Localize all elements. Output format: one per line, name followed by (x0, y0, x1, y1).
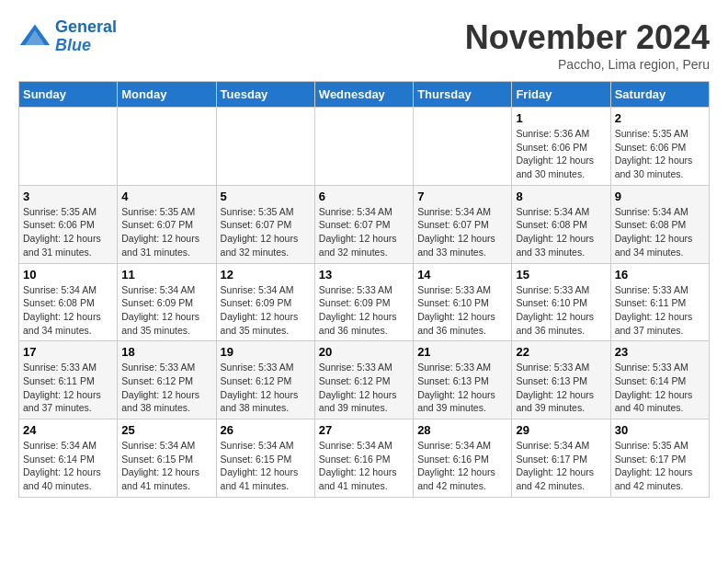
day-number: 26 (221, 423, 311, 437)
day-number: 29 (516, 423, 606, 437)
day-number: 27 (319, 423, 409, 437)
weekday-header-wednesday: Wednesday (314, 82, 413, 108)
day-info: Sunrise: 5:33 AM Sunset: 6:10 PM Dayligh… (417, 283, 507, 338)
day-info: Sunrise: 5:34 AM Sunset: 6:15 PM Dayligh… (221, 439, 311, 493)
day-number: 30 (615, 423, 705, 437)
day-info: Sunrise: 5:33 AM Sunset: 6:12 PM Dayligh… (121, 361, 211, 415)
day-info: Sunrise: 5:34 AM Sunset: 6:16 PM Dayligh… (319, 439, 409, 493)
weekday-header-thursday: Thursday (414, 82, 512, 108)
day-info: Sunrise: 5:34 AM Sunset: 6:07 PM Dayligh… (319, 205, 409, 259)
day-cell: 8Sunrise: 5:34 AM Sunset: 6:08 PM Daylig… (512, 185, 610, 263)
day-number: 4 (121, 190, 211, 203)
week-row-4: 17Sunrise: 5:33 AM Sunset: 6:11 PM Dayli… (19, 341, 710, 419)
day-info: Sunrise: 5:35 AM Sunset: 6:07 PM Dayligh… (121, 205, 211, 259)
page-header: General Blue November 2024 Paccho, Lima … (18, 18, 710, 72)
day-info: Sunrise: 5:33 AM Sunset: 6:11 PM Dayligh… (615, 283, 705, 338)
day-number: 13 (319, 268, 409, 282)
weekday-header-tuesday: Tuesday (216, 82, 314, 108)
day-cell: 7Sunrise: 5:34 AM Sunset: 6:07 PM Daylig… (414, 185, 512, 263)
day-info: Sunrise: 5:34 AM Sunset: 6:17 PM Dayligh… (516, 439, 606, 493)
day-number: 8 (516, 190, 606, 203)
day-info: Sunrise: 5:35 AM Sunset: 6:17 PM Dayligh… (615, 439, 705, 493)
day-cell (414, 108, 512, 186)
day-cell: 11Sunrise: 5:34 AM Sunset: 6:09 PM Dayli… (118, 263, 216, 341)
day-info: Sunrise: 5:33 AM Sunset: 6:09 PM Dayligh… (319, 283, 409, 338)
weekday-header-sunday: Sunday (19, 82, 118, 108)
day-info: Sunrise: 5:33 AM Sunset: 6:13 PM Dayligh… (516, 361, 606, 415)
weekday-header-monday: Monday (118, 82, 216, 108)
day-info: Sunrise: 5:34 AM Sunset: 6:14 PM Dayligh… (23, 439, 113, 493)
day-number: 2 (615, 111, 705, 125)
day-cell: 23Sunrise: 5:33 AM Sunset: 6:14 PM Dayli… (610, 341, 709, 419)
day-cell: 28Sunrise: 5:34 AM Sunset: 6:16 PM Dayli… (414, 419, 512, 498)
week-row-2: 3Sunrise: 5:35 AM Sunset: 6:06 PM Daylig… (19, 185, 710, 263)
day-cell (19, 108, 118, 186)
day-cell: 14Sunrise: 5:33 AM Sunset: 6:10 PM Dayli… (414, 263, 512, 341)
day-number: 15 (516, 268, 606, 282)
day-number: 16 (615, 268, 705, 282)
week-row-5: 24Sunrise: 5:34 AM Sunset: 6:14 PM Dayli… (19, 419, 710, 498)
day-cell: 16Sunrise: 5:33 AM Sunset: 6:11 PM Dayli… (610, 263, 709, 341)
day-number: 17 (23, 345, 113, 359)
logo-line1: General (55, 17, 117, 36)
day-number: 7 (417, 190, 507, 203)
calendar-table: SundayMondayTuesdayWednesdayThursdayFrid… (18, 81, 710, 498)
day-cell: 1Sunrise: 5:36 AM Sunset: 6:06 PM Daylig… (512, 108, 610, 186)
month-title: November 2024 (465, 18, 710, 57)
day-number: 25 (121, 423, 211, 437)
day-info: Sunrise: 5:33 AM Sunset: 6:14 PM Dayligh… (615, 361, 705, 415)
day-cell: 24Sunrise: 5:34 AM Sunset: 6:14 PM Dayli… (19, 419, 118, 498)
day-cell: 13Sunrise: 5:33 AM Sunset: 6:09 PM Dayli… (314, 263, 413, 341)
day-number: 19 (221, 345, 311, 359)
logo: General Blue (18, 18, 117, 55)
day-cell (216, 108, 314, 186)
day-number: 5 (221, 190, 311, 203)
day-info: Sunrise: 5:33 AM Sunset: 6:13 PM Dayligh… (417, 361, 507, 415)
day-info: Sunrise: 5:34 AM Sunset: 6:08 PM Dayligh… (615, 205, 705, 259)
day-info: Sunrise: 5:34 AM Sunset: 6:08 PM Dayligh… (23, 283, 113, 338)
day-number: 1 (516, 111, 606, 125)
title-block: November 2024 Paccho, Lima region, Peru (465, 18, 710, 72)
day-info: Sunrise: 5:33 AM Sunset: 6:12 PM Dayligh… (221, 361, 311, 415)
day-cell (314, 108, 413, 186)
day-number: 6 (319, 190, 409, 203)
day-cell (118, 108, 216, 186)
day-number: 18 (121, 345, 211, 359)
day-number: 28 (417, 423, 507, 437)
day-cell: 15Sunrise: 5:33 AM Sunset: 6:10 PM Dayli… (512, 263, 610, 341)
weekday-header-friday: Friday (512, 82, 610, 108)
day-number: 3 (23, 190, 113, 203)
day-info: Sunrise: 5:34 AM Sunset: 6:07 PM Dayligh… (417, 205, 507, 259)
day-cell: 2Sunrise: 5:35 AM Sunset: 6:06 PM Daylig… (610, 108, 709, 186)
weekday-header-saturday: Saturday (610, 82, 709, 108)
day-number: 23 (615, 345, 705, 359)
week-row-1: 1Sunrise: 5:36 AM Sunset: 6:06 PM Daylig… (19, 108, 710, 186)
day-cell: 26Sunrise: 5:34 AM Sunset: 6:15 PM Dayli… (216, 419, 314, 498)
day-cell: 19Sunrise: 5:33 AM Sunset: 6:12 PM Dayli… (216, 341, 314, 419)
day-number: 9 (615, 190, 705, 203)
day-cell: 3Sunrise: 5:35 AM Sunset: 6:06 PM Daylig… (19, 185, 118, 263)
day-cell: 25Sunrise: 5:34 AM Sunset: 6:15 PM Dayli… (118, 419, 216, 498)
logo-line2: Blue (55, 36, 91, 54)
day-number: 11 (121, 268, 211, 282)
day-info: Sunrise: 5:34 AM Sunset: 6:16 PM Dayligh… (417, 439, 507, 493)
day-cell: 20Sunrise: 5:33 AM Sunset: 6:12 PM Dayli… (314, 341, 413, 419)
day-cell: 21Sunrise: 5:33 AM Sunset: 6:13 PM Dayli… (414, 341, 512, 419)
day-info: Sunrise: 5:34 AM Sunset: 6:09 PM Dayligh… (221, 283, 311, 338)
day-cell: 12Sunrise: 5:34 AM Sunset: 6:09 PM Dayli… (216, 263, 314, 341)
day-number: 12 (221, 268, 311, 282)
day-number: 20 (319, 345, 409, 359)
day-info: Sunrise: 5:35 AM Sunset: 6:07 PM Dayligh… (221, 205, 311, 259)
day-number: 24 (23, 423, 113, 437)
day-cell: 29Sunrise: 5:34 AM Sunset: 6:17 PM Dayli… (512, 419, 610, 498)
day-number: 10 (23, 268, 113, 282)
day-number: 14 (417, 268, 507, 282)
day-cell: 27Sunrise: 5:34 AM Sunset: 6:16 PM Dayli… (314, 419, 413, 498)
day-info: Sunrise: 5:35 AM Sunset: 6:06 PM Dayligh… (615, 127, 705, 181)
day-cell: 9Sunrise: 5:34 AM Sunset: 6:08 PM Daylig… (610, 185, 709, 263)
day-info: Sunrise: 5:34 AM Sunset: 6:09 PM Dayligh… (121, 283, 211, 338)
day-number: 21 (417, 345, 507, 359)
day-cell: 6Sunrise: 5:34 AM Sunset: 6:07 PM Daylig… (314, 185, 413, 263)
day-info: Sunrise: 5:35 AM Sunset: 6:06 PM Dayligh… (23, 205, 113, 259)
day-cell: 4Sunrise: 5:35 AM Sunset: 6:07 PM Daylig… (118, 185, 216, 263)
